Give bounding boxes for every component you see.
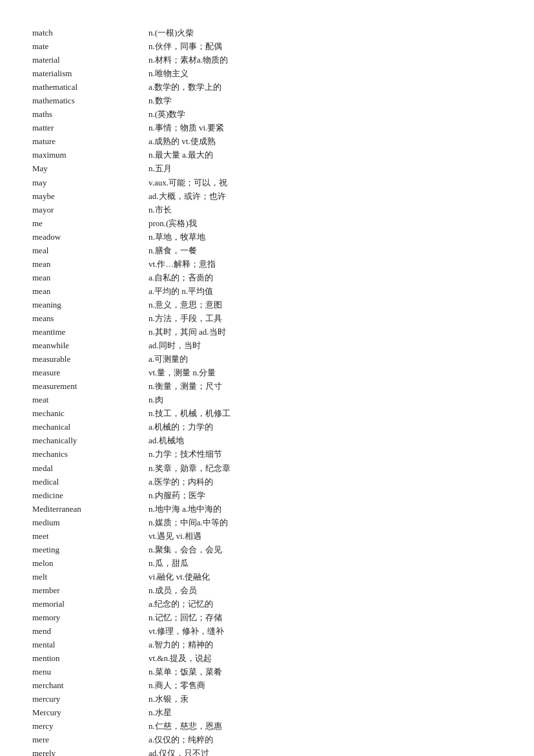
list-item: mattern.事情；物质 vi.要紧 [32,121,502,134]
definition: ad.同时，当时 [149,339,502,352]
list-item: materialn.材料；素材a.物质的 [32,53,502,67]
list-item: maturea.成熟的 vt.使成熟 [32,134,502,148]
definition: n.数学 [149,94,502,107]
definition: ad.机械地 [149,434,502,447]
definition: n.仁慈，慈悲，恩惠 [149,719,502,733]
definition: n.(英)数学 [149,107,502,121]
definition: a.机械的；力学的 [149,420,502,434]
list-item: memoriala.纪念的；记忆的 [32,597,502,611]
list-item: meltvi.融化 vt.使融化 [32,570,502,583]
definition: n.五月 [149,162,502,175]
definition: ad.大概，或许；也许 [149,189,502,203]
definition: n.媒质；中间a.中等的 [149,516,502,529]
list-item: maten.伙伴，同事；配偶 [32,39,502,53]
definition: vt.遇见 vi.相遇 [149,529,502,543]
list-item: meanvt.作…解释；意指 [32,257,502,271]
definition: a.可测量的 [149,352,502,366]
definition: a.自私的；吝啬的 [149,271,502,284]
word: medal [32,461,149,475]
definition: n.瓜，甜瓜 [149,556,502,570]
definition: n.最大量 a.最大的 [149,148,502,162]
definition: n.聚集，会合，会见 [149,543,502,556]
list-item: mercyn.仁慈，慈悲，恩惠 [32,719,502,733]
word: mental [32,638,149,651]
word: mechanical [32,420,149,434]
definition: n.伙伴，同事；配偶 [149,39,502,53]
list-item: meansn.方法，手段，工具 [32,311,502,325]
definition: n.材料；素材a.物质的 [149,53,502,67]
word: melon [32,556,149,570]
word: mechanic [32,406,149,420]
word: mend [32,624,149,638]
definition: vi.融化 vt.使融化 [149,570,502,583]
definition: n.(一根)火柴 [149,26,502,39]
list-item: mechanicsn.力学；技术性细节 [32,447,502,461]
list-item: mayv.aux.可能；可以，祝 [32,176,502,189]
list-item: merchantn.商人；零售商 [32,678,502,692]
word: means [32,311,149,325]
word: maths [32,107,149,121]
definition: n.其时，其间 ad.当时 [149,325,502,339]
list-item: medicala.医学的；内科的 [32,475,502,488]
list-item: Mayn.五月 [32,162,502,175]
word: mere [32,733,149,746]
list-item: merea.仅仅的；纯粹的 [32,733,502,746]
definition: n.地中海 a.地中海的 [149,502,502,516]
list-item: meanwhilead.同时，当时 [32,339,502,352]
definition: a.数学的，数学上的 [149,80,502,94]
list-item: measurevt.量，测量 n.分量 [32,366,502,379]
word: meanwhile [32,339,149,352]
word: matter [32,121,149,134]
definition: n.奖章，勋章，纪念章 [149,461,502,475]
word: meeting [32,543,149,556]
word: mate [32,39,149,53]
word: measure [32,366,149,379]
definition: n.记忆；回忆；存储 [149,611,502,624]
definition: n.意义，意思；意图 [149,298,502,311]
list-item: meana.自私的；吝啬的 [32,271,502,284]
word: mean [32,284,149,298]
definition: n.膳食，一餐 [149,244,502,257]
definition: pron.(宾格)我 [149,216,502,230]
word: mercy [32,719,149,733]
word: maximum [32,148,149,162]
list-item: maybead.大概，或许；也许 [32,189,502,203]
definition: n.内服药；医学 [149,488,502,502]
definition: a.成熟的 vt.使成熟 [149,134,502,148]
definition: n.水星 [149,706,502,719]
list-item: mediumn.媒质；中间a.中等的 [32,516,502,529]
word: memory [32,611,149,624]
list-item: meetvt.遇见 vi.相遇 [32,529,502,543]
word: meantime [32,325,149,339]
word: member [32,583,149,597]
list-item: Mercuryn.水星 [32,706,502,719]
word: mention [32,651,149,665]
definition: n.草地，牧草地 [149,230,502,244]
word: meal [32,244,149,257]
list-item: mathsn.(英)数学 [32,107,502,121]
list-item: meetingn.聚集，会合，会见 [32,543,502,556]
list-item: medicinen.内服药；医学 [32,488,502,502]
list-item: merelyad.仅仅，只不过 [32,746,502,756]
word: meet [32,529,149,543]
word: meaning [32,298,149,311]
word: mercury [32,692,149,706]
list-item: mathematicsn.数学 [32,94,502,107]
list-item: meantimen.其时，其间 ad.当时 [32,325,502,339]
list-item: mathematicala.数学的，数学上的 [32,80,502,94]
word: may [32,176,149,189]
word: mature [32,134,149,148]
definition: v.aux.可能；可以，祝 [149,176,502,189]
definition: n.方法，手段，工具 [149,311,502,325]
word: mechanically [32,434,149,447]
dictionary-table: matchn.(一根)火柴maten.伙伴，同事；配偶materialn.材料；… [32,26,502,756]
list-item: measurablea.可测量的 [32,352,502,366]
word: merchant [32,678,149,692]
definition: n.事情；物质 vi.要紧 [149,121,502,134]
definition: ad.仅仅，只不过 [149,746,502,756]
list-item: mechanicallyad.机械地 [32,434,502,447]
list-item: materialismn.唯物主义 [32,67,502,80]
definition: a.智力的；精神的 [149,638,502,651]
word: mean [32,271,149,284]
word: measurement [32,379,149,393]
